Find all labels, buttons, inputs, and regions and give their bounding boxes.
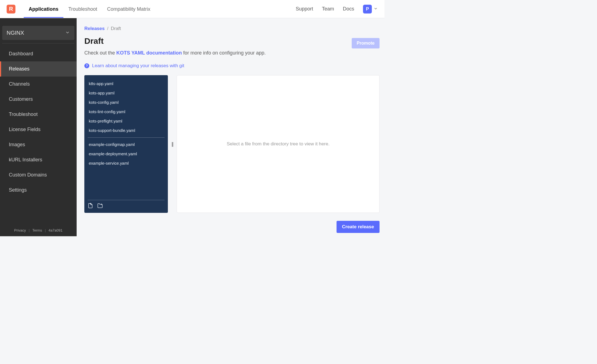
sidebar-item-license-fields[interactable]: License Fields: [0, 122, 77, 137]
new-file-icon[interactable]: [88, 203, 93, 210]
info-line: ? Learn about managing your releases wit…: [84, 63, 380, 69]
file-tree-item[interactable]: example-service.yaml: [88, 159, 165, 168]
chevron-down-icon: [373, 6, 378, 12]
tab-label: Troubleshoot: [68, 6, 97, 12]
breadcrumb-parent[interactable]: Releases: [84, 26, 105, 31]
editor-pane: Select a file from the directory tree to…: [177, 75, 380, 213]
user-menu[interactable]: P: [363, 5, 378, 13]
sidebar-item-kurl-installers[interactable]: kURL Installers: [0, 152, 77, 167]
info-icon: ?: [84, 63, 89, 68]
app-selector[interactable]: NGINX: [2, 26, 74, 40]
nav-link-docs[interactable]: Docs: [343, 6, 354, 12]
subtitle: Check out the KOTS YAML documentation fo…: [84, 50, 266, 56]
footer-terms[interactable]: Terms: [32, 228, 42, 232]
tab-label: Applications: [29, 6, 58, 12]
breadcrumb: Releases / Draft: [84, 26, 380, 31]
file-tree-item[interactable]: kots-lint-config.yaml: [88, 107, 165, 116]
sidebar-item-images[interactable]: Images: [0, 137, 77, 152]
tab-label: Compatibility Matrix: [107, 6, 150, 12]
create-release-button[interactable]: Create release: [337, 221, 380, 233]
sidebar-item-channels[interactable]: Channels: [0, 77, 77, 92]
logo-letter: R: [9, 6, 13, 12]
file-tree: k8s-app.yaml kots-app.yaml kots-config.y…: [84, 75, 168, 213]
sidebar-item-troubleshoot[interactable]: Troubleshoot: [0, 107, 77, 122]
file-tree-item[interactable]: example-deployment.yaml: [88, 149, 165, 159]
nav-link-support[interactable]: Support: [296, 6, 313, 12]
app-selector-label: NGINX: [7, 30, 24, 36]
file-tree-item[interactable]: kots-config.yaml: [88, 98, 165, 107]
file-tree-item[interactable]: kots-preflight.yaml: [88, 116, 165, 126]
promote-button[interactable]: Promote: [352, 38, 380, 48]
tab-troubleshoot[interactable]: Troubleshoot: [68, 0, 97, 18]
footer-privacy[interactable]: Privacy: [14, 228, 26, 232]
editor-placeholder: Select a file from the directory tree to…: [227, 141, 329, 147]
sidebar-item-custom-domains[interactable]: Custom Domains: [0, 167, 77, 183]
breadcrumb-current: Draft: [111, 26, 121, 31]
avatar: P: [363, 5, 372, 13]
sidebar-item-settings[interactable]: Settings: [0, 183, 77, 198]
nav-link-team[interactable]: Team: [322, 6, 334, 12]
tab-applications[interactable]: Applications: [29, 0, 58, 18]
top-nav: R Applications Troubleshoot Compatibilit…: [0, 0, 384, 18]
docs-link[interactable]: KOTS YAML documentation: [116, 50, 182, 56]
sidebar-item-releases[interactable]: Releases: [0, 61, 77, 77]
divider: [2, 43, 74, 44]
git-info-link[interactable]: Learn about managing your releases with …: [92, 63, 184, 69]
footer-version: 4a7a091: [49, 228, 63, 232]
sidebar: NGINX Dashboard Releases Channels Custom…: [0, 18, 77, 236]
divider: [88, 137, 165, 138]
content: Releases / Draft Draft Check out the KOT…: [77, 18, 384, 236]
page-title: Draft: [84, 36, 266, 46]
sidebar-item-dashboard[interactable]: Dashboard: [0, 46, 77, 61]
new-folder-icon[interactable]: [97, 203, 103, 210]
sidebar-item-customers[interactable]: Customers: [0, 92, 77, 107]
chevron-down-icon: [65, 30, 70, 36]
sidebar-footer: Privacy | Terms | 4a7a091: [0, 224, 77, 236]
file-tree-item[interactable]: kots-support-bundle.yaml: [88, 126, 165, 135]
splitter[interactable]: ||: [171, 75, 173, 213]
logo[interactable]: R: [7, 5, 15, 13]
file-tree-item[interactable]: example-configmap.yaml: [88, 140, 165, 149]
file-tree-item[interactable]: kots-app.yaml: [88, 88, 165, 98]
tab-compatibility-matrix[interactable]: Compatibility Matrix: [107, 0, 150, 18]
file-tree-item[interactable]: k8s-app.yaml: [88, 79, 165, 88]
